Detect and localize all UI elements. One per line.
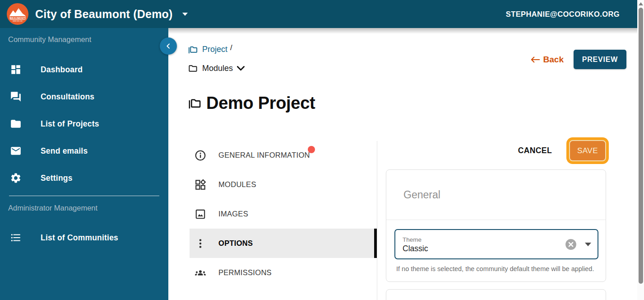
theme-field-value: Classic	[403, 244, 565, 253]
caret-down-icon[interactable]	[585, 243, 591, 246]
tab-permissions[interactable]: PERMISSIONS	[190, 258, 377, 287]
info-icon	[195, 150, 206, 161]
sidebar-item-label: Consultations	[41, 92, 94, 102]
page-title-text: Demo Project	[206, 94, 315, 113]
cancel-button[interactable]: CANCEL	[518, 146, 552, 155]
breadcrumb-project-link[interactable]: Project	[202, 45, 227, 54]
breadcrumb: Project /	[188, 44, 232, 55]
svg-text:BEAUMONT: BEAUMONT	[10, 17, 25, 19]
user-email[interactable]: STEPHANIE@COCORIKO.ORG	[506, 10, 620, 19]
sidebar-section-administrator-management: Administrator Management	[0, 196, 168, 216]
sidebar-item-list-of-projects[interactable]: List of Projects	[0, 110, 168, 137]
unsaved-changes-badge	[308, 146, 315, 153]
sidebar: Community Management Dashboard Consultat…	[0, 28, 168, 300]
tab-modules[interactable]: MODULES	[190, 170, 377, 199]
tab-images[interactable]: IMAGES	[190, 199, 377, 229]
tab-label: GENERAL INFORMATION	[218, 151, 310, 159]
sidebar-item-label: Dashboard	[41, 65, 83, 75]
breadcrumb-modules: Modules	[188, 63, 245, 74]
general-card: General Theme Classic If no theme is sel…	[386, 169, 606, 282]
next-card	[386, 289, 606, 300]
beaumont-mountain-logo: BEAUMONT HERE WE LIVE	[6, 3, 29, 25]
sidebar-item-label: Send emails	[41, 146, 88, 156]
project-folder-icon	[188, 44, 198, 55]
community-switcher-caret-icon[interactable]	[182, 12, 188, 16]
sidebar-item-dashboard[interactable]: Dashboard	[0, 56, 168, 83]
sidebar-item-settings[interactable]: Settings	[0, 164, 168, 192]
sidebar-item-consultations[interactable]: Consultations	[0, 83, 168, 110]
dashboard-icon	[10, 64, 22, 75]
preview-button[interactable]: PREVIEW	[574, 50, 626, 69]
gear-icon	[10, 172, 22, 184]
chat-bubbles-icon	[10, 91, 22, 103]
theme-select-texts: Theme Classic	[403, 235, 565, 253]
breadcrumb-separator: /	[230, 43, 232, 52]
envelope-icon	[10, 145, 22, 157]
scrollbar-up-arrow[interactable]	[639, 2, 643, 5]
community-name: City of Beaumont (Demo)	[35, 8, 173, 21]
sidebar-item-list-of-communities[interactable]: List of Communities	[0, 224, 168, 251]
main-content: Project / Modules Back PREVIEW Demo Proj…	[168, 28, 637, 300]
tab-general-information[interactable]: GENERAL INFORMATION	[190, 141, 377, 170]
modules-icon	[195, 179, 206, 191]
image-icon	[195, 208, 206, 220]
tab-label: MODULES	[218, 180, 256, 189]
form-actions: CANCEL SAVE	[518, 140, 606, 161]
sidebar-item-label: List of Communities	[41, 233, 118, 243]
tab-label: PERMISSIONS	[218, 268, 272, 277]
chevron-down-icon[interactable]	[237, 66, 245, 71]
card-divider	[386, 220, 606, 220]
sidebar-item-send-emails[interactable]: Send emails	[0, 137, 168, 164]
clear-circle-icon[interactable]	[565, 239, 577, 250]
theme-select[interactable]: Theme Classic	[394, 229, 598, 259]
card-title: General	[403, 189, 440, 201]
chevron-left-icon	[165, 42, 172, 50]
svg-text:HERE WE LIVE: HERE WE LIVE	[13, 20, 22, 22]
back-label: Back	[543, 55, 564, 65]
tabs-panel-divider	[377, 141, 377, 300]
page-title: Demo Project	[188, 94, 315, 113]
tab-label: OPTIONS	[218, 239, 253, 248]
folder-icon	[10, 118, 22, 130]
arrow-left-icon	[531, 56, 540, 63]
bulleted-list-icon	[10, 232, 22, 244]
save-button[interactable]: SAVE	[569, 140, 606, 161]
breadcrumb-modules-link[interactable]: Modules	[202, 64, 233, 73]
theme-field-label: Theme	[403, 236, 565, 243]
sidebar-section-community-management: Community Management	[0, 28, 168, 48]
project-folder-icon	[188, 96, 202, 110]
sidebar-item-label: List of Projects	[41, 119, 99, 129]
sidebar-collapse-button[interactable]	[160, 38, 177, 55]
vertical-ellipsis-icon	[195, 238, 206, 249]
sidebar-item-label: Settings	[41, 173, 73, 183]
folder-outline-icon	[188, 63, 198, 74]
back-link[interactable]: Back	[531, 55, 564, 65]
page-scrollbar[interactable]	[637, 0, 644, 300]
people-group-icon	[195, 267, 206, 279]
theme-helper-text: If no theme is selected, the community d…	[396, 265, 595, 273]
settings-tabs: GENERAL INFORMATION MODULES IMAGES	[190, 141, 377, 287]
tab-label: IMAGES	[218, 210, 248, 218]
tab-options[interactable]: OPTIONS	[190, 229, 377, 258]
top-actions: Back PREVIEW	[531, 50, 626, 69]
app-header: BEAUMONT HERE WE LIVE City of Beaumont (…	[0, 0, 644, 28]
scrollbar-thumb[interactable]	[639, 8, 643, 284]
